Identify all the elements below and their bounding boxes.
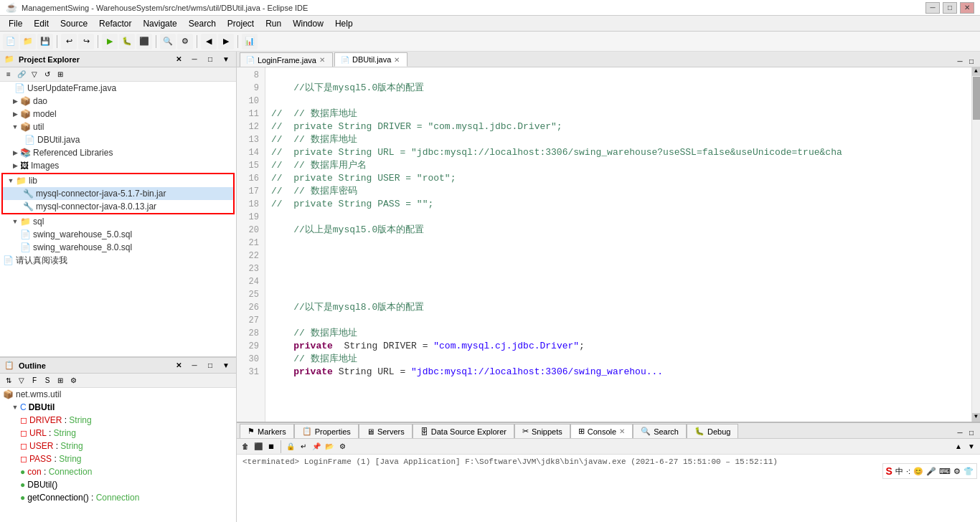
- pe-minimize-icon[interactable]: ─: [189, 54, 200, 65]
- tb-stop[interactable]: ⬛: [136, 34, 152, 49]
- menu-file[interactable]: File: [3, 16, 28, 31]
- tree-readme[interactable]: 📄 请认真阅读我: [0, 254, 236, 267]
- tb-new[interactable]: 📄: [3, 34, 19, 49]
- pe-link[interactable]: 🔗: [16, 69, 27, 80]
- lib-expand[interactable]: ▼: [6, 176, 16, 186]
- scroll-track[interactable]: [972, 76, 980, 413]
- tree-lib[interactable]: ▼ 📁 lib: [3, 174, 233, 187]
- bottom-minimize[interactable]: ─: [954, 427, 966, 438]
- tree-userupdate[interactable]: 📄 UserUpdateFrame.java: [0, 82, 236, 95]
- bottom-maximize[interactable]: □: [966, 427, 977, 438]
- pe-filter[interactable]: ▽: [29, 69, 40, 80]
- menu-refactor[interactable]: Refactor: [93, 16, 137, 31]
- pe-collapse[interactable]: ≡: [3, 69, 14, 80]
- dao-expand[interactable]: ▶: [10, 96, 20, 106]
- tab-dbutil[interactable]: 📄 DBUtil.java ✕: [334, 52, 407, 67]
- menu-edit[interactable]: Edit: [28, 16, 55, 31]
- tab-servers[interactable]: 🖥 Servers: [359, 424, 413, 438]
- tree-images[interactable]: ▶ 🖼 Images: [0, 159, 236, 172]
- menu-run[interactable]: Run: [260, 16, 287, 31]
- outline-dbutil-class[interactable]: ▼ C DBUtil: [0, 401, 236, 414]
- tab-dbutil-close[interactable]: ✕: [394, 56, 400, 64]
- console-pin[interactable]: 📌: [311, 441, 322, 452]
- menu-project[interactable]: Project: [222, 16, 260, 31]
- tab-search[interactable]: 🔍 Search: [633, 424, 687, 438]
- close-button[interactable]: ✕: [960, 2, 974, 14]
- outline-minimize-icon[interactable]: ─: [189, 360, 200, 371]
- sql-expand[interactable]: ▼: [10, 217, 20, 227]
- tb-perspective[interactable]: 📊: [242, 34, 258, 49]
- scroll-thumb[interactable]: [973, 77, 980, 120]
- pe-close-icon[interactable]: ✕: [173, 54, 184, 65]
- outline-package[interactable]: 📦 net.wms.util: [0, 388, 236, 401]
- tab-loginframe[interactable]: 📄 LoginFrame.java ✕: [240, 52, 333, 67]
- console-close-icon[interactable]: ✕: [619, 427, 625, 435]
- dbutil-expand-icon[interactable]: ▼: [10, 402, 20, 412]
- outline-settings[interactable]: ⚙: [67, 375, 79, 386]
- tb-undo[interactable]: ↩: [61, 34, 77, 49]
- outline-expand[interactable]: ⊞: [55, 375, 66, 386]
- reflibs-expand[interactable]: ▶: [10, 148, 20, 158]
- tab-loginframe-close[interactable]: ✕: [319, 56, 325, 64]
- outline-url[interactable]: ◻ URL : String: [0, 427, 236, 440]
- menu-window[interactable]: Window: [287, 16, 329, 31]
- pe-viewmenu[interactable]: ⊞: [55, 69, 66, 80]
- outline-filter[interactable]: ▽: [16, 375, 27, 386]
- tab-snippets[interactable]: ✂ Snippets: [514, 424, 570, 438]
- console-stop[interactable]: ⬛: [253, 441, 264, 452]
- model-expand[interactable]: ▶: [10, 109, 20, 119]
- util-expand[interactable]: ▼: [10, 122, 20, 132]
- tree-sql[interactable]: ▼ 📁 sql: [0, 215, 236, 228]
- editor-minimize[interactable]: ─: [954, 55, 966, 67]
- code-vscrollbar[interactable]: ▲ ▼: [971, 67, 980, 422]
- code-editor[interactable]: 8 9 10 11 12 13 14 15 16 17 18 19 20 21 …: [237, 67, 980, 422]
- console-terminate[interactable]: ⏹: [265, 441, 277, 452]
- console-next[interactable]: ▼: [966, 441, 977, 452]
- code-lines[interactable]: //以下是mysql5.0版本的配置 // // 数据库地址 // privat…: [265, 67, 971, 422]
- tab-console[interactable]: ⊞ Console ✕: [570, 424, 633, 438]
- outline-menu-icon[interactable]: ▼: [220, 360, 232, 371]
- outline-constructor[interactable]: ● DBUtil(): [0, 478, 236, 491]
- tab-markers[interactable]: ⚑ Markers: [240, 424, 294, 438]
- outline-driver[interactable]: ◻ DRIVER : String: [0, 414, 236, 427]
- tree-dao[interactable]: ▶ 📦 dao: [0, 95, 236, 108]
- scroll-up[interactable]: ▲: [972, 67, 980, 76]
- tree-mysql8[interactable]: 🔧 mysql-connector-java-8.0.13.jar: [3, 200, 233, 213]
- pe-maximize-icon[interactable]: □: [204, 54, 216, 65]
- images-expand[interactable]: ▶: [10, 161, 20, 171]
- scroll-down[interactable]: ▼: [972, 413, 980, 422]
- pe-sync[interactable]: ↺: [42, 69, 53, 80]
- tree-sql50[interactable]: 📄 swing_warehouse_5.0.sql: [0, 228, 236, 241]
- tb-open[interactable]: 📁: [20, 34, 36, 49]
- console-scroll-lock[interactable]: 🔒: [285, 441, 296, 452]
- outline-pass[interactable]: ◻ PASS : String: [0, 452, 236, 465]
- outline-getconnection[interactable]: ● getConnection() : Connection: [0, 491, 236, 504]
- tree-mysql517[interactable]: 🔧 mysql-connector-java-5.1.7-bin.jar: [3, 187, 233, 200]
- menu-search[interactable]: Search: [183, 16, 222, 31]
- pe-menu-icon[interactable]: ▼: [220, 54, 232, 65]
- tb-redo[interactable]: ↪: [78, 34, 94, 49]
- tree-reflibs[interactable]: ▶ 📚 Referenced Libraries: [0, 146, 236, 159]
- maximize-button[interactable]: □: [943, 2, 957, 14]
- console-prev[interactable]: ▲: [953, 441, 964, 452]
- console-open-file[interactable]: 📂: [324, 441, 335, 452]
- outline-hide-fields[interactable]: F: [29, 375, 40, 386]
- tab-properties[interactable]: 📋 Properties: [294, 424, 359, 438]
- outline-user[interactable]: ◻ USER : String: [0, 440, 236, 452]
- outline-maximize-icon[interactable]: □: [204, 360, 216, 371]
- outline-con[interactable]: ● con : Connection: [0, 465, 236, 478]
- menu-source[interactable]: Source: [55, 16, 93, 31]
- console-clear[interactable]: 🗑: [240, 441, 251, 452]
- tree-util[interactable]: ▼ 📦 util: [0, 120, 236, 133]
- tab-debug[interactable]: 🐛 Debug: [687, 424, 738, 438]
- tree-sql80[interactable]: 📄 swing_warehouse_8.0.sql: [0, 241, 236, 254]
- tree-dbutil[interactable]: 📄 DBUtil.java: [0, 133, 236, 146]
- tb-prev[interactable]: ◀: [201, 34, 217, 49]
- tb-search[interactable]: 🔍: [160, 34, 176, 49]
- menu-navigate[interactable]: Navigate: [137, 16, 182, 31]
- tb-settings[interactable]: ⚙: [177, 34, 193, 49]
- console-word-wrap[interactable]: ↵: [298, 441, 309, 452]
- editor-maximize[interactable]: □: [966, 55, 977, 67]
- tb-save[interactable]: 💾: [37, 34, 53, 49]
- outline-hide-static[interactable]: S: [42, 375, 53, 386]
